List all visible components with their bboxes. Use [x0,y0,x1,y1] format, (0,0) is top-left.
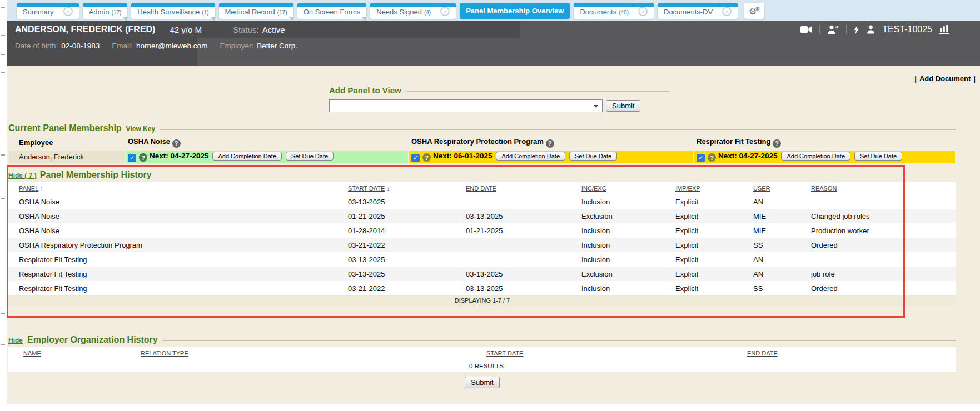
cell-panel: Respirator Fit Testing [8,281,346,295]
view-key-link[interactable]: View Key [126,125,155,133]
tab-label: Panel Membership Overview [466,7,564,15]
add-completion-date-button[interactable]: Add Completion Date [496,152,565,161]
help-icon[interactable] [422,153,431,162]
add-document-row: |Add Document| [914,74,976,83]
cell-start-date: 03-21-2022 [346,281,464,295]
panel-cell-osha-respiratory: Next: 06-01-2025Add Completion DateSet D… [409,151,693,163]
help-icon[interactable] [172,139,181,148]
cell-inc-exc: Inclusion [579,223,673,238]
email-value: horner@mieweb.com [136,42,208,50]
employer-column-header: START DATE [484,347,745,359]
cell-user: MIE [751,209,809,223]
help-icon[interactable] [708,153,716,162]
help-icon[interactable] [139,153,147,162]
cell-end-date [464,238,579,252]
panel-checkbox[interactable] [128,154,136,162]
employer-hide-link[interactable]: Hide [8,337,23,344]
column-header-osha-respiratory: OSHA Respiratory Protection Program [409,136,693,149]
set-due-date-button[interactable]: Set Due Date [569,152,617,161]
column-sort-link[interactable]: START DATE [348,185,385,192]
cell-user: MIE [751,223,809,238]
bar-chart-icon[interactable] [939,25,949,34]
tab-health-surveillance[interactable]: Health Surveillance (1) [131,3,215,19]
person-icon[interactable] [867,25,875,34]
employer-value: Better Corp. [257,42,297,50]
column-sort-link[interactable]: REASON [811,185,837,192]
set-due-date-button[interactable]: Set Due Date [286,152,334,161]
add-completion-date-button[interactable]: Add Completion Date [212,152,282,161]
tab-needs-signed[interactable]: Needs Signed (4) [370,3,456,19]
popout-icon[interactable] [638,7,648,16]
column-sort-link[interactable]: PANEL [19,185,38,192]
panel-checkbox[interactable] [411,154,420,162]
tab-divider [634,6,634,16]
column-sort-link[interactable]: START DATE [486,350,523,357]
employer-header-row: NAMERELATION TYPESTART DATEEND DATE [8,347,956,359]
left-gutter[interactable] [0,0,7,411]
cell-panel: Respirator Fit Testing [8,267,346,281]
employer-history-table: NAMERELATION TYPESTART DATEEND DATE 0 RE… [8,347,956,372]
help-icon[interactable] [773,139,781,148]
add-document-link[interactable]: Add Document [919,74,971,83]
tab-panel-membership-overview[interactable]: Panel Membership Overview [460,3,570,19]
tab-admin[interactable]: Admin (17) [83,3,128,19]
employee-link[interactable]: Anderson, Frederick [19,153,84,161]
tab-medical-record[interactable]: Medical Record (17) [219,3,293,19]
settings-gear-button[interactable] [744,3,764,19]
cell-imp-exp: Explicit [673,223,751,238]
cell-user: SS [751,238,809,252]
cell-inc-exc: Exclusion [579,267,673,281]
panel-checkbox[interactable] [697,154,705,162]
tab-documents-dv[interactable]: Documents-DV [658,3,738,19]
column-sort-link[interactable]: END DATE [747,350,778,357]
cell-panel: OSHA Noise [8,194,346,209]
cell-reason [809,194,956,209]
history-header-row: PANEL↑START DATE↓END DATEINC/EXCIMP/EXPU… [8,182,956,194]
tab-summary[interactable]: Summary [17,3,79,19]
patient-header-row2: Date of birth: 02-08-1983 Email: horner@… [0,38,980,53]
column-label: OSHA Respiratory Protection Program [411,137,544,146]
column-sort-link[interactable]: END DATE [466,185,496,192]
popout-icon[interactable] [440,7,450,16]
tab-divider [59,6,59,16]
add-panel-submit-button[interactable]: Submit [606,100,640,112]
set-due-date-button[interactable]: Set Due Date [854,152,902,161]
gear-icon [749,6,760,17]
tab-documents[interactable]: Documents (40) [574,3,654,19]
current-membership-title: Current Panel Membership [8,123,122,133]
history-hide-link[interactable]: Hide ( 7 ) [8,172,37,179]
tab-on-screen-forms[interactable]: On Screen Forms [297,3,367,19]
column-header-osha-noise: OSHA Noise [126,136,408,149]
column-sort-link[interactable]: INC/EXC [581,185,606,192]
current-membership-row: Anderson, Frederick Next: 04-27-2025Add … [9,151,955,163]
cell-inc-exc: Inclusion [579,281,673,295]
history-row: Respirator Fit Testing 03-13-2025 Inclus… [8,252,956,267]
column-sort-link[interactable]: RELATION TYPE [141,350,188,357]
panel-select[interactable] [329,99,603,112]
employer-submit-button[interactable]: Submit [465,377,499,388]
popout-icon[interactable] [63,7,73,16]
column-sort-link[interactable]: USER [753,185,770,192]
cell-reason [809,252,956,267]
tab-label: Admin [89,8,110,16]
employer-empty-row: 0 RESULTS [8,359,956,372]
lightning-icon[interactable] [854,25,859,34]
tab-count: (40) [619,9,629,16]
cell-imp-exp: Explicit [673,281,751,295]
add-person-icon[interactable] [827,25,839,34]
history-row: OSHA Respiratory Protection Program 03-2… [8,238,956,252]
panel-cell-respirator-fit: Next: 04-27-2025Add Completion DateSet D… [694,151,955,163]
patient-header-row3 [0,53,980,66]
video-camera-icon[interactable] [800,26,812,33]
cell-start-date: 03-21-2022 [346,238,464,252]
column-sort-link[interactable]: IMP/EXP [675,185,700,192]
cell-inc-exc: Inclusion [579,252,673,267]
popout-icon[interactable] [722,7,732,16]
add-completion-date-button[interactable]: Add Completion Date [781,152,850,161]
patient-age-sex: 42 y/o M [170,25,202,34]
help-icon[interactable] [546,139,554,148]
cell-end-date: 03-13-2025 [464,281,579,295]
column-sort-link[interactable]: NAME [23,350,41,357]
sort-icon: ↑ [40,185,43,192]
patient-header-icons: TEST-10025 [800,21,949,38]
